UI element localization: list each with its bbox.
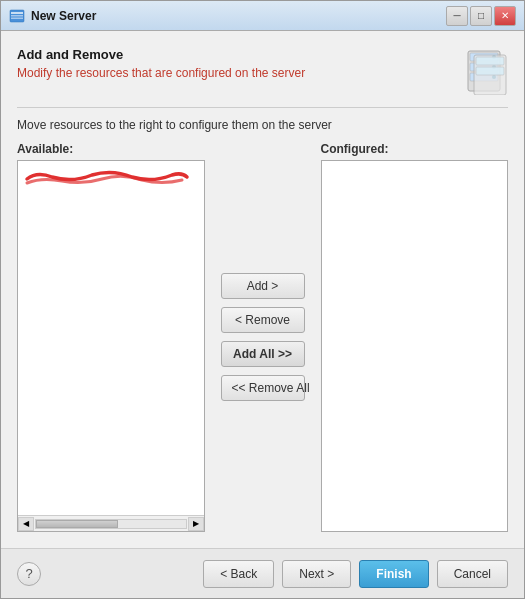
server-icon: [460, 47, 508, 95]
scrollbar-track[interactable]: [35, 519, 187, 529]
next-button[interactable]: Next >: [282, 560, 351, 588]
title-bar: New Server ─ □ ✕: [1, 1, 524, 31]
window-title: New Server: [31, 9, 446, 23]
available-section: Available: ◀ ▶: [17, 142, 205, 532]
configured-list[interactable]: [321, 160, 509, 532]
available-label: Available:: [17, 142, 205, 156]
cancel-button[interactable]: Cancel: [437, 560, 508, 588]
red-scribble-icon: [22, 167, 192, 187]
svg-rect-2: [11, 15, 23, 17]
svg-rect-12: [476, 57, 504, 65]
minimize-button[interactable]: ─: [446, 6, 468, 26]
header-subtitle: Modify the resources that are configured…: [17, 66, 450, 80]
server-graphic: [460, 47, 508, 95]
help-button[interactable]: ?: [17, 562, 41, 586]
transfer-area: Available: ◀ ▶: [17, 142, 508, 532]
transfer-buttons: Add > < Remove Add All >> << Remove All: [213, 142, 313, 532]
finish-button[interactable]: Finish: [359, 560, 428, 588]
add-all-button[interactable]: Add All >>: [221, 341, 305, 367]
remove-button[interactable]: < Remove: [221, 307, 305, 333]
scrollbar-thumb[interactable]: [36, 520, 118, 528]
scroll-right-button[interactable]: ▶: [188, 517, 204, 531]
available-list[interactable]: ◀ ▶: [17, 160, 205, 532]
scroll-left-button[interactable]: ◀: [18, 517, 34, 531]
content-area: Add and Remove Modify the resources that…: [1, 31, 524, 548]
header-divider: [17, 107, 508, 108]
configured-label: Configured:: [321, 142, 509, 156]
title-bar-buttons: ─ □ ✕: [446, 6, 516, 26]
add-button[interactable]: Add >: [221, 273, 305, 299]
restore-button[interactable]: □: [470, 6, 492, 26]
back-button[interactable]: < Back: [203, 560, 274, 588]
header-title: Add and Remove: [17, 47, 450, 62]
configured-section: Configured:: [321, 142, 509, 532]
header-section: Add and Remove Modify the resources that…: [17, 47, 508, 95]
horizontal-scrollbar[interactable]: ◀ ▶: [18, 515, 204, 531]
close-button[interactable]: ✕: [494, 6, 516, 26]
svg-rect-1: [11, 12, 23, 14]
window-icon: [9, 8, 25, 24]
svg-rect-13: [476, 67, 504, 75]
svg-rect-3: [11, 17, 23, 19]
header-text: Add and Remove Modify the resources that…: [17, 47, 450, 80]
remove-all-button[interactable]: << Remove All: [221, 375, 305, 401]
window: New Server ─ □ ✕ Add and Remove Modify t…: [0, 0, 525, 599]
instruction-text: Move resources to the right to configure…: [17, 118, 508, 132]
footer: ? < Back Next > Finish Cancel: [1, 548, 524, 598]
